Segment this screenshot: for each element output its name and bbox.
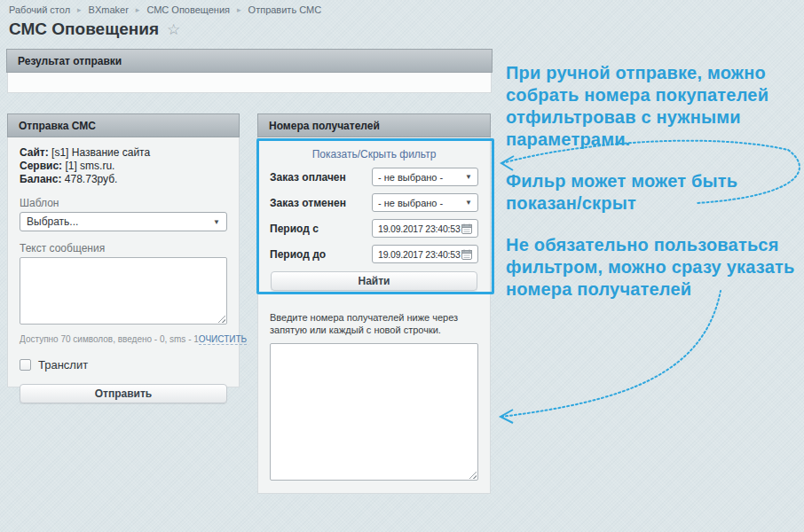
annotation-line: фильтром, можно сразу указать	[506, 256, 794, 278]
filter-row-period-to: Период до 19.09.2017 23:40:53	[270, 245, 478, 263]
balance-value: 478.73руб.	[62, 173, 118, 185]
order-paid-select[interactable]: - не выбрано - ▼	[372, 168, 478, 186]
annotation-line: отфильтровав с нужными	[506, 106, 769, 129]
arrowhead-icon	[501, 410, 513, 423]
result-panel-header: Результат отправки	[6, 49, 493, 73]
chevron-down-icon: ▼	[213, 218, 220, 226]
period-from-label: Период с	[270, 223, 319, 235]
service-label: Сервис:	[20, 160, 62, 172]
recipients-numbers-input[interactable]	[270, 343, 478, 481]
annotation-line: параметрами.	[506, 129, 769, 151]
balance-label: Баланс:	[20, 173, 62, 185]
period-from-value: 19.09.2017 23:40:53	[378, 223, 461, 234]
translit-row: Транслит	[20, 358, 227, 372]
recipients-panel-title: Номера получателей	[269, 120, 380, 132]
arrowhead-icon	[501, 156, 514, 170]
account-info: Сайт: [s1] Название сайта Сервис: [1] sm…	[20, 146, 227, 186]
chevron-down-icon: ▼	[465, 173, 472, 181]
filter-row-order-canceled: Заказ отменен - не выбрано - ▼	[270, 193, 478, 212]
breadcrumb-item-sms[interactable]: СМС Оповещения	[146, 4, 230, 15]
chevron-right-icon: ▸	[136, 5, 140, 14]
annotation-filter-toggle: Фильр может может быть показан/скрыт	[506, 170, 737, 215]
template-select-value: Выбрать...	[27, 215, 78, 228]
filter-row-period-from: Период с 19.09.2017 23:40:53	[270, 219, 478, 238]
period-to-label: Период до	[270, 248, 326, 261]
recipients-panel: Номера получателей Показать/Скрыть фильт…	[257, 113, 491, 494]
result-panel-body	[7, 73, 492, 93]
breadcrumb-item-desktop[interactable]: Рабочий стол	[9, 4, 70, 15]
annotation-line: номера получателей	[506, 278, 794, 301]
favorite-star-icon[interactable]: ☆	[167, 20, 180, 39]
counter-row: Доступно 70 символов, введено - 0, sms -…	[20, 334, 227, 345]
message-text-input[interactable]	[20, 257, 227, 325]
annotation-optional-filter: Не обязательно пользоваться фильтром, мо…	[506, 234, 794, 301]
annotation-line: При ручной отправке, можно	[506, 62, 769, 84]
page-title-row: СМС Оповещения ☆	[9, 20, 180, 39]
breadcrumb: Рабочий стол ▸ BXmaker ▸ СМС Оповещения …	[9, 4, 321, 15]
service-value: [1] sms.ru.	[62, 160, 114, 172]
chars-counter: Доступно 70 символов, введено - 0, sms -…	[20, 334, 199, 344]
filter-row-order-paid: Заказ оплачен - не выбрано - ▼	[270, 168, 478, 186]
annotation-line: Не обязательно пользоваться	[506, 234, 794, 256]
recipients-instruction: Введите номера получателей ниже через за…	[270, 311, 481, 336]
find-button[interactable]: Найти	[271, 271, 477, 291]
service-info-line: Сервис: [1] sms.ru.	[20, 160, 227, 173]
balance-info-line: Баланс: 478.73руб.	[20, 173, 227, 186]
send-panel-header: Отправка СМС	[7, 113, 240, 137]
site-info-line: Сайт: [s1] Название сайта	[20, 146, 227, 160]
page-title: СМС Оповещения	[9, 20, 159, 39]
annotation-line: показан/скрыт	[506, 192, 737, 215]
translit-label: Транслит	[38, 358, 88, 372]
annotation-line: собрать номера покупателей	[506, 84, 769, 106]
order-canceled-value: - не выбрано -	[378, 198, 443, 208]
result-panel-title: Результат отправки	[18, 55, 122, 67]
message-label: Текст сообщения	[20, 242, 227, 254]
chevron-right-icon: ▸	[237, 5, 241, 14]
send-panel-title: Отправка СМС	[19, 120, 96, 132]
chevron-down-icon: ▼	[465, 199, 472, 207]
arrow-to-textarea	[501, 291, 721, 417]
breadcrumb-item-bxmaker[interactable]: BXmaker	[89, 4, 129, 15]
annotation-line: Фильр может может быть	[506, 170, 737, 192]
site-value: [s1] Название сайта	[49, 146, 150, 159]
clear-link[interactable]: ОЧИСТИТЬ	[199, 334, 247, 345]
recipients-panel-header: Номера получателей	[257, 113, 491, 137]
send-sms-panel: Отправка СМС Сайт: [s1] Название сайта С…	[7, 113, 240, 387]
calendar-icon[interactable]	[461, 249, 472, 260]
translit-checkbox[interactable]	[20, 359, 31, 371]
period-to-input[interactable]: 19.09.2017 23:40:53	[372, 245, 478, 263]
template-select[interactable]: Выбрать... ▼	[20, 212, 227, 231]
breadcrumb-item-send-sms[interactable]: Отправить СМС	[248, 4, 322, 15]
calendar-icon[interactable]	[461, 223, 472, 234]
period-to-value: 19.09.2017 23:40:53	[378, 249, 461, 260]
send-button[interactable]: Отправить	[20, 384, 227, 403]
send-result-panel: Результат отправки	[7, 50, 492, 93]
order-paid-label: Заказ оплачен	[270, 171, 346, 184]
site-label: Сайт:	[20, 146, 49, 159]
toggle-filter-link[interactable]: Показать/Скрыть фильтр	[270, 148, 478, 160]
order-paid-value: - не выбрано -	[378, 172, 443, 183]
order-canceled-label: Заказ отменен	[270, 197, 346, 209]
order-canceled-select[interactable]: - не выбрано - ▼	[372, 193, 478, 212]
annotation-manual-send: При ручной отправке, можно собрать номер…	[506, 62, 769, 151]
template-label: Шаблон	[20, 197, 227, 209]
chevron-right-icon: ▸	[77, 5, 82, 14]
period-from-input[interactable]: 19.09.2017 23:40:53	[372, 219, 478, 238]
